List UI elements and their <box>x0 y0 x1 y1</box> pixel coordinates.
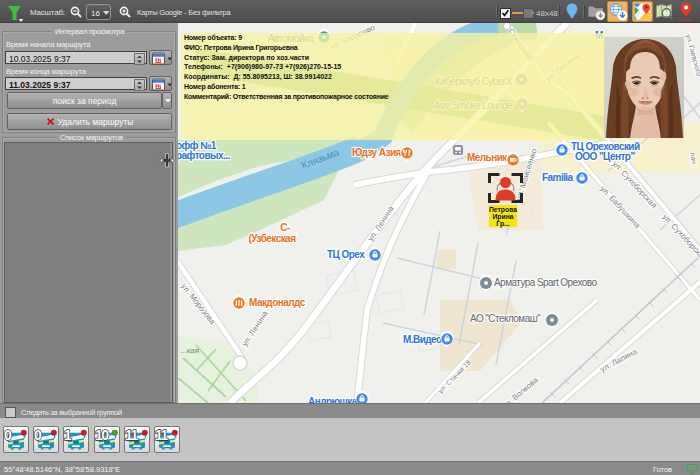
svg-text:Familia: Familia <box>542 172 574 183</box>
svg-text:(Узбекская: (Узбекская <box>249 233 297 244</box>
svg-text:0: 0 <box>34 427 42 443</box>
svg-text:АО "Стекломаш": АО "Стекломаш" <box>470 313 541 324</box>
svg-text:рафтовых...: рафтовых... <box>178 150 230 161</box>
svg-text:ООО "Центр": ООО "Центр" <box>575 151 635 162</box>
svg-text:Юдзу Азия: Юдзу Азия <box>352 147 402 158</box>
svg-text:С-: С- <box>280 222 290 233</box>
svg-text:...кая: ...кая <box>180 346 199 355</box>
svg-text:11: 11 <box>125 427 138 443</box>
svg-text:17: 17 <box>156 84 162 89</box>
svg-text:17: 17 <box>156 58 162 63</box>
svg-text:Мельник: Мельник <box>467 152 508 163</box>
svg-text:11: 11 <box>155 427 168 443</box>
svg-text:Гр...: Гр... <box>496 220 510 228</box>
svg-text:0: 0 <box>4 427 12 443</box>
svg-text:1: 1 <box>64 427 72 443</box>
svg-text:ТЦ Орех: ТЦ Орех <box>327 249 365 260</box>
svg-text:ТороПлан: ТороПлан <box>679 18 693 22</box>
svg-text:М.Видео: М.Видео <box>403 334 442 345</box>
svg-text:Андрюшка: Андрюшка <box>308 396 358 403</box>
svg-text:Арматура Spart Орехово: Арматура Spart Орехово <box>494 277 597 288</box>
svg-text:Макдоналдс: Макдоналдс <box>249 297 306 308</box>
svg-text:10: 10 <box>95 427 109 443</box>
